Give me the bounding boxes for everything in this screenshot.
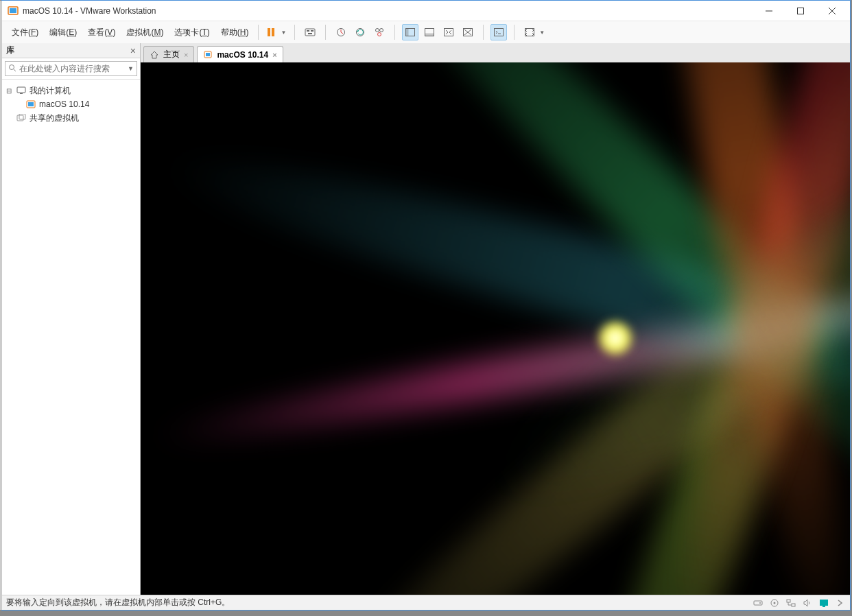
svg-rect-21 [445,29,453,36]
svg-rect-32 [28,102,34,106]
svg-rect-33 [17,115,23,121]
svg-point-14 [376,29,379,32]
svg-rect-11 [308,33,312,34]
vm-icon [25,99,36,110]
svg-rect-44 [823,606,825,607]
minimize-button[interactable] [759,4,779,18]
tree-shared-vms[interactable]: 共享的虚拟机 [5,111,137,125]
snapshot-take-button[interactable] [333,24,349,40]
close-button[interactable] [823,4,842,18]
screensaver-graphic [141,62,850,595]
tab-label: 主页 [163,49,180,60]
status-bar: 要将输入定向到该虚拟机，请在虚拟机内部单击或按 Ctrl+G。 [2,595,850,610]
snapshot-manage-button[interactable] [371,24,388,40]
svg-rect-8 [305,29,315,36]
svg-rect-43 [820,600,828,606]
svg-point-15 [380,29,383,32]
svg-rect-30 [20,93,23,94]
window-title: macOS 10.14 - VMware Workstation [23,6,759,16]
network-status-icon[interactable] [785,597,796,608]
svg-rect-3 [798,8,804,14]
sound-status-icon[interactable] [802,597,813,608]
svg-rect-7 [272,28,274,36]
fullscreen-button[interactable] [521,24,538,40]
library-sidebar: 库 × ▼ ⊟ 我的计算机 [2,43,141,595]
tab-home[interactable]: 主页 × [143,46,194,62]
search-dropdown[interactable]: ▼ [125,65,134,72]
display-status-icon[interactable] [818,597,829,608]
svg-point-38 [759,602,761,604]
disk-status-icon[interactable] [753,597,764,608]
snapshot-revert-button[interactable] [352,24,368,40]
library-tree: ⊟ 我的计算机 macOS 10.14 共享的虚拟机 [2,80,140,595]
svg-rect-20 [425,34,434,36]
content-area: 主页 × macOS 10.14 × [141,43,850,595]
menu-edit[interactable]: 编辑(E) [44,24,82,41]
menubar: 文件(F) 编辑(E) 查看(V) 虚拟机(M) 选项卡(T) 帮助(H) ▼ [2,21,850,43]
search-input[interactable] [19,64,125,73]
send-ctrl-alt-del-button[interactable] [302,24,318,40]
tree-vm-macos[interactable]: macOS 10.14 [5,97,137,111]
svg-rect-25 [495,29,504,36]
svg-point-40 [774,602,776,604]
maximize-button[interactable] [791,4,810,18]
tab-close-icon[interactable]: × [272,51,276,59]
view-stretch-button[interactable] [440,24,457,40]
vm-tab-icon [203,50,213,60]
svg-rect-37 [754,601,762,605]
view-thumbnail-button[interactable] [421,24,438,40]
svg-rect-18 [406,29,409,36]
tree-my-computer[interactable]: ⊟ 我的计算机 [5,84,137,97]
svg-point-27 [10,64,14,69]
titlebar: macOS 10.14 - VMware Workstation [2,1,850,21]
home-icon [150,50,159,60]
pause-button[interactable] [263,24,279,40]
menu-vm[interactable]: 虚拟机(M) [121,24,169,41]
app-icon [8,5,19,16]
svg-rect-29 [17,87,25,93]
search-box[interactable]: ▼ [5,61,137,76]
status-chevron-icon[interactable] [835,597,846,608]
tab-vm-macos[interactable]: macOS 10.14 × [197,46,283,62]
tab-close-icon[interactable]: × [184,51,188,59]
sidebar-close-button[interactable]: × [130,45,136,56]
svg-rect-36 [206,53,210,56]
computer-icon [16,85,27,96]
cd-status-icon[interactable] [769,597,780,608]
view-console-button[interactable] [402,24,418,40]
tab-label: macOS 10.14 [217,50,268,60]
svg-rect-10 [311,30,313,32]
svg-line-28 [14,69,16,71]
shared-icon [16,112,27,123]
svg-rect-1 [10,8,16,13]
tab-strip: 主页 × macOS 10.14 × [141,43,850,62]
view-unity-button[interactable] [460,24,476,40]
svg-rect-9 [307,30,309,32]
menu-view[interactable]: 查看(V) [82,24,121,41]
svg-point-16 [378,33,381,36]
menu-tabs[interactable]: 选项卡(T) [169,24,215,41]
search-icon [8,64,16,74]
sidebar-title: 库 [6,45,14,56]
menu-help[interactable]: 帮助(H) [215,24,255,41]
console-window-button[interactable] [490,24,507,40]
power-dropdown[interactable]: ▼ [279,29,287,36]
menu-file[interactable]: 文件(F) [6,24,44,41]
svg-rect-34 [19,114,25,119]
svg-rect-6 [268,28,270,36]
svg-rect-42 [792,604,795,606]
status-message: 要将输入定向到该虚拟机，请在虚拟机内部单击或按 Ctrl+G。 [6,597,753,608]
fullscreen-dropdown[interactable]: ▼ [538,29,546,36]
vm-display[interactable] [141,62,850,595]
expand-icon[interactable]: ⊟ [5,87,13,95]
svg-rect-41 [787,600,790,602]
